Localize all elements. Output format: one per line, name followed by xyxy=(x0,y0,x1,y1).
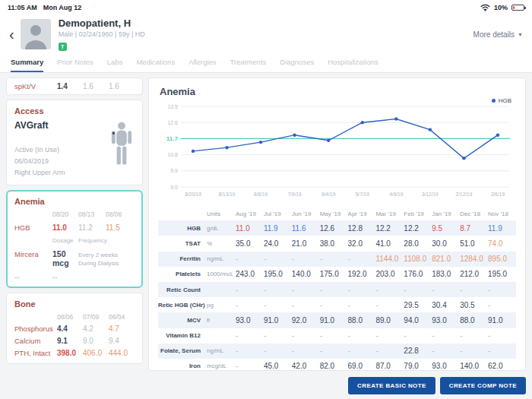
medication-dose: 150 mcg xyxy=(52,249,78,268)
lab-value: 91.0 xyxy=(320,312,348,328)
lab-row-retic-count: Retic Count---------- xyxy=(158,282,516,297)
anemia-panel-selected[interactable]: Anemia 08/20 08/13 08/06 HGB 11.0 11.2 1… xyxy=(6,190,143,288)
lab-value: 30.4 xyxy=(432,297,460,312)
lab-value: - xyxy=(320,297,348,312)
lab-value: 51.0 xyxy=(460,236,488,251)
row-label: Retic Count xyxy=(158,282,207,297)
lab-value: 82.0 xyxy=(320,359,348,371)
lab-value: 87.0 xyxy=(375,359,404,371)
lab-value: 11.6 xyxy=(292,220,320,236)
row-label: Retic HGB (CHr) xyxy=(158,297,207,312)
lab-value: 30.0 xyxy=(432,236,460,251)
lab-value: 74.0 xyxy=(488,236,516,251)
section-title: Anemia xyxy=(160,86,516,97)
lab-value: 195.0 xyxy=(264,267,292,282)
result-date: 07/09 xyxy=(83,313,109,321)
row-label: Platelets xyxy=(158,267,207,282)
lab-value: 140.0 xyxy=(460,359,488,371)
lab-value: 398.0 xyxy=(57,349,83,357)
lab-value: 93.0 xyxy=(236,312,264,328)
lab-value: - xyxy=(488,328,516,344)
tab-diagnoses[interactable]: Diagnoses xyxy=(280,53,314,72)
lab-value: 11.9 xyxy=(488,220,516,236)
tab-medications[interactable]: Medications xyxy=(136,53,175,72)
lab-value: 88.0 xyxy=(348,312,376,328)
lab-value: 89.0 xyxy=(375,312,404,328)
lab-value: - xyxy=(292,328,320,344)
row-unit: pg xyxy=(207,297,236,312)
patient-name: Demopatient, H xyxy=(59,17,145,29)
tab-labs[interactable]: Labs xyxy=(107,53,123,72)
lab-value: 93.0 xyxy=(432,359,460,371)
tab-treatments[interactable]: Treatments xyxy=(230,53,267,72)
access-site-marker xyxy=(112,132,115,135)
lab-value: 93.0 xyxy=(432,312,460,328)
lab-value: - xyxy=(264,252,292,267)
app-screen: 11:05 AM Mon Aug 12 10% ‹ Demopatient, H… xyxy=(0,0,532,399)
lab-value: 69.0 xyxy=(348,359,376,371)
lab-value: 12.8 xyxy=(348,220,376,236)
content-area: spKt/V 1.4 1.6 1.6 Access AVGraft Active… xyxy=(0,73,532,371)
lab-value: 4.2 xyxy=(83,325,109,333)
lab-value: - xyxy=(348,282,376,297)
body-figure-icon xyxy=(110,122,133,169)
lab-value: - xyxy=(432,344,460,359)
tab-hospitalizations[interactable]: Hospitalizations xyxy=(328,53,378,72)
lab-value: 91.0 xyxy=(264,312,292,328)
summary-sidebar: spKt/V 1.4 1.6 1.6 Access AVGraft Active… xyxy=(6,78,143,364)
tab-prior-notes[interactable]: Prior Notes xyxy=(57,53,93,72)
lab-value: 12.6 xyxy=(320,220,348,236)
create-comp-note-button[interactable]: CREATE COMP NOTE xyxy=(440,377,526,394)
lab-value: - xyxy=(375,297,404,312)
hgb-data-point xyxy=(192,150,195,153)
more-details-button[interactable]: More details ▼ xyxy=(473,30,523,39)
lab-value: - xyxy=(320,344,348,359)
month-column-header: Jan '19 xyxy=(432,207,460,220)
row-unit: % xyxy=(207,236,236,251)
lab-value: 94.0 xyxy=(404,312,432,328)
lab-value: 22.8 xyxy=(404,344,432,359)
bone-panel[interactable]: Bone 08/06 07/09 06/04 Phosphorus 4.4 4.… xyxy=(6,293,143,364)
tab-summary[interactable]: Summary xyxy=(11,53,43,72)
anemia-panel-title: Anemia xyxy=(14,197,135,206)
tab-allergies[interactable]: Allergies xyxy=(188,53,216,72)
lab-value: - xyxy=(236,344,264,359)
lab-value: 11.9 xyxy=(264,220,292,236)
lab-value: - xyxy=(236,328,264,344)
dosage-column-header: Dosage xyxy=(52,237,78,244)
kinetics-panel[interactable]: spKt/V 1.4 1.6 1.6 xyxy=(6,78,143,95)
lab-value: 243.0 xyxy=(236,267,264,282)
reference-label: 11.7 xyxy=(166,135,179,142)
x-tick-label: 4/9/19 xyxy=(389,192,403,197)
access-panel[interactable]: Access AVGraft Active (In Use) 06/04/201… xyxy=(6,100,143,185)
create-basic-note-button[interactable]: CREATE BASIC NOTE xyxy=(348,377,435,394)
status-bar: 11:05 AM Mon Aug 12 10% xyxy=(0,0,532,15)
lab-value: 192.0 xyxy=(348,267,376,282)
lab-value: 29.5 xyxy=(404,297,432,312)
lab-value: 92.0 xyxy=(292,312,320,328)
lab-value: - xyxy=(264,282,292,297)
lab-row-retic-hgb-chr: Retic HGB (CHr)pg------29.530.430.5- xyxy=(158,297,516,312)
medication-name-empty: -- xyxy=(14,273,52,281)
lab-value: 62.0 xyxy=(488,359,516,371)
lab-value: 38.0 xyxy=(320,236,348,251)
lab-value: 1.4 xyxy=(57,82,83,90)
x-tick-label: 2/6/19 xyxy=(491,192,505,197)
lab-value: - xyxy=(320,252,348,267)
units-column-header: Units xyxy=(207,207,236,220)
medication-dose-empty: -- xyxy=(52,273,78,281)
lab-value: - xyxy=(292,344,320,359)
transplant-status-badge: T xyxy=(59,43,67,51)
lab-value: - xyxy=(236,297,264,312)
note-actions: CREATE BASIC NOTE CREATE COMP NOTE xyxy=(348,377,526,394)
lab-value: 79.0 xyxy=(404,359,432,371)
result-date: 08/13 xyxy=(78,211,106,218)
back-chevron-icon[interactable]: ‹ xyxy=(9,27,14,42)
person-silhouette-icon xyxy=(21,19,51,49)
x-tick-label: 6/4/19 xyxy=(321,192,335,197)
lab-value: 32.0 xyxy=(348,236,376,251)
hgb-chart-area: HGB 9.09.910.811.712.613.58/20/198/13/19… xyxy=(158,100,516,202)
row-unit: mcg/dL xyxy=(207,359,236,371)
hgb-data-point xyxy=(293,133,296,136)
lab-value: 11.0 xyxy=(236,220,264,236)
